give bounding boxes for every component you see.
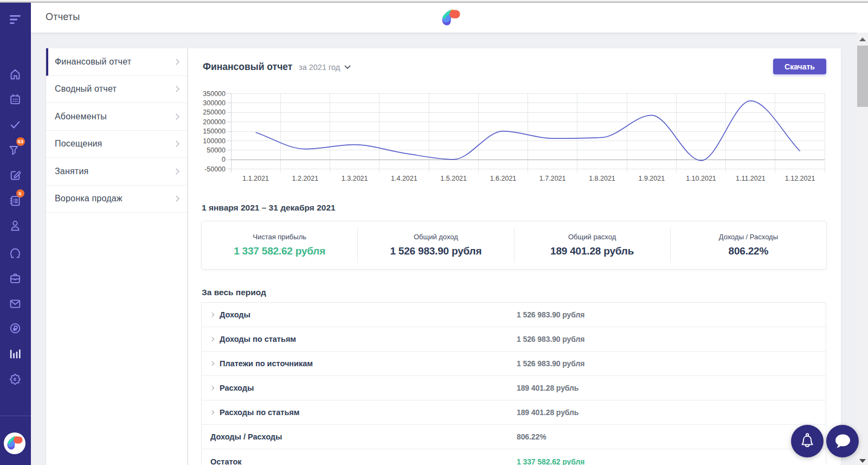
svg-text:0: 0 <box>222 156 226 163</box>
svg-text:1.7.2021: 1.7.2021 <box>539 175 566 182</box>
svg-text:100000: 100000 <box>203 137 226 145</box>
svg-text:1.1.2021: 1.1.2021 <box>242 175 269 182</box>
svg-text:1.11.2021: 1.11.2021 <box>736 175 766 182</box>
svg-text:200000: 200000 <box>203 118 226 126</box>
svg-text:1.6.2021: 1.6.2021 <box>490 175 517 182</box>
svg-text:300000: 300000 <box>203 99 226 107</box>
svg-text:1.9.2021: 1.9.2021 <box>638 175 665 182</box>
svg-text:1.12.2021: 1.12.2021 <box>785 175 815 182</box>
svg-text:1.2.2021: 1.2.2021 <box>292 175 319 182</box>
svg-text:350000: 350000 <box>203 90 226 98</box>
svg-text:1.3.2021: 1.3.2021 <box>342 175 368 182</box>
svg-text:150000: 150000 <box>203 128 226 135</box>
svg-text:-50000: -50000 <box>204 165 226 173</box>
svg-text:1.10.2021: 1.10.2021 <box>686 175 716 182</box>
svg-text:1.4.2021: 1.4.2021 <box>391 175 417 182</box>
svg-text:50000: 50000 <box>207 146 226 154</box>
svg-text:250000: 250000 <box>203 109 226 116</box>
svg-text:1.5.2021: 1.5.2021 <box>440 175 467 182</box>
svg-text:1.8.2021: 1.8.2021 <box>589 175 615 182</box>
